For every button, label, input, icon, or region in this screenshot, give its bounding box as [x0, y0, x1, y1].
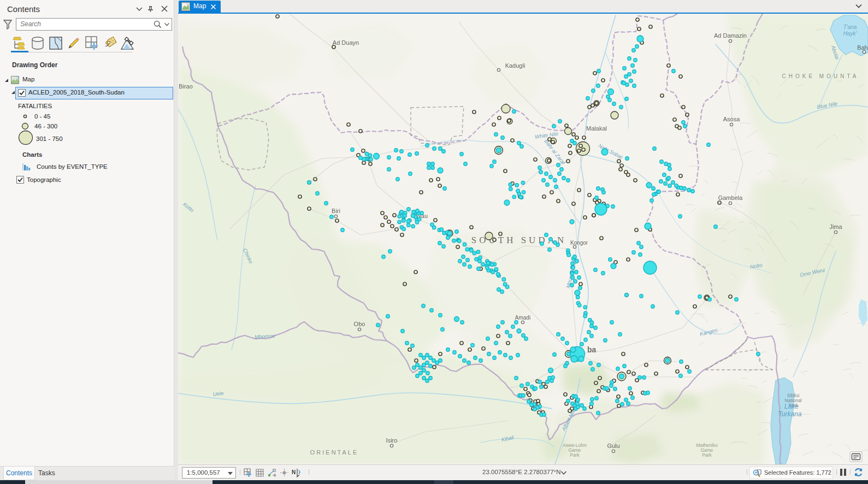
svg-text:Kongor: Kongor [570, 240, 588, 246]
svg-text:Gambela: Gambela [718, 194, 743, 201]
svg-text:Ad Duayn: Ad Duayn [333, 39, 359, 46]
svg-text:Bahir: Bahir [857, 44, 868, 51]
svg-text:Obo: Obo [354, 321, 365, 327]
svg-text:Biri: Biri [332, 208, 340, 214]
svg-text:CHOKE MOUNTA: CHOKE MOUNTA [782, 73, 859, 79]
svg-text:Hayk': Hayk' [843, 31, 858, 37]
svg-text:Park: Park [570, 452, 580, 458]
svg-text:Malakal: Malakal [586, 125, 607, 132]
svg-text:Jima: Jima [829, 223, 842, 230]
svg-text:ORIENTALE: ORIENTALE [310, 449, 359, 456]
svg-text:Turkana: Turkana [778, 410, 801, 418]
svg-text:Amadi: Amadi [515, 315, 530, 321]
svg-text:Uele: Uele [212, 390, 224, 397]
svg-text:T'ana: T'ana [843, 24, 857, 30]
svg-text:N: N [292, 469, 296, 475]
svg-text:Gulu: Gulu [607, 442, 619, 449]
svg-text:Ad Damazin: Ad Damazin [714, 32, 747, 39]
svg-text:Kadugli: Kadugli [505, 62, 525, 69]
svg-text:Isiro: Isiro [386, 437, 398, 444]
svg-text:ba: ba [587, 345, 597, 354]
svg-text:Lake: Lake [784, 403, 799, 410]
svg-text:Birao: Birao [179, 83, 193, 90]
svg-text:Asosa: Asosa [723, 116, 740, 122]
svg-text:Park: Park [702, 452, 712, 458]
